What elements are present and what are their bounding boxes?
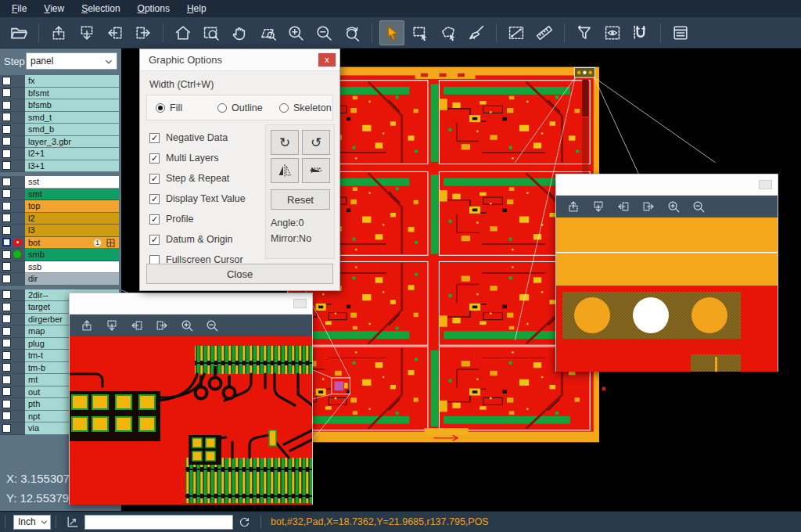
close-icon[interactable]: x [318,53,336,66]
layer-visibility-checkbox[interactable] [2,290,11,299]
checkbox-box[interactable]: ✓ [149,153,160,164]
popup-minimize-button[interactable] [293,299,307,308]
refresh-icon[interactable] [238,516,251,529]
layer-row-l2+1[interactable]: l2+1 [0,148,119,160]
popup-tool-pan-view-left[interactable] [613,197,634,216]
menu-item-file[interactable]: File [3,0,35,17]
mirror-horizontal-button[interactable] [302,158,330,183]
layer-name[interactable]: fx [25,75,119,88]
layer-row-smd_t[interactable]: smd_t [0,112,119,124]
checkbox-box[interactable]: ✓ [149,235,160,245]
layer-visibility-checkbox[interactable] [2,101,11,110]
tool-measure-distance[interactable] [504,20,529,45]
layer-row-top[interactable]: top [0,200,119,213]
radio-outline[interactable]: Outline [217,102,271,113]
checkbox-box[interactable]: ✓ [149,194,160,204]
tool-select-polygon[interactable] [436,20,461,45]
mirror-vertical-button[interactable] [271,158,299,183]
reset-button[interactable]: Reset [271,189,330,210]
layer-visibility-checkbox[interactable] [2,250,11,259]
checkbox-multi-layers[interactable]: ✓Multi Layers [149,148,246,168]
layer-name[interactable]: smt [25,189,119,201]
menu-item-selection[interactable]: Selection [73,0,128,17]
layer-visibility-checkbox[interactable] [2,376,11,384]
layer-row-fx[interactable]: fx [0,75,119,88]
tool-pan-hand[interactable] [227,20,252,45]
rotate-ccw-button[interactable]: ↺ [302,130,330,155]
grid-icon[interactable] [106,239,115,249]
tool-view-options[interactable] [600,20,625,45]
zoom-preview-pads[interactable] [556,217,778,372]
layer-visibility-checkbox[interactable] [2,303,11,311]
layer-row-smd_b[interactable]: smd_b [0,124,119,136]
layer-row-layer_3.gbr[interactable]: layer_3.gbr [0,136,119,149]
radio-fill[interactable]: Fill [156,102,209,113]
layer-visibility-checkbox[interactable] [2,262,11,271]
popup-tool-zoom-out[interactable] [202,316,222,335]
layer-name[interactable]: l2+1 [25,148,119,160]
layer-name[interactable]: l3 [25,225,119,237]
command-input[interactable] [84,515,233,530]
zoom-window-bottom-left[interactable] [69,293,313,505]
popup-tool-pan-view-up[interactable] [77,316,97,335]
layer-visibility-checkbox[interactable] [2,238,11,246]
layer-row-smb[interactable]: smb [0,249,119,261]
popup-tool-pan-view-down[interactable] [102,316,122,335]
layer-visibility-checkbox[interactable] [2,327,11,336]
tool-select-rect[interactable] [408,20,433,45]
layer-name[interactable]: sst [25,176,119,189]
tool-measure-ruler[interactable] [532,20,557,45]
checkbox-step-repeat[interactable]: ✓Step & Repeat [149,168,246,189]
menu-item-help[interactable]: Help [178,0,215,17]
layer-visibility-checkbox[interactable] [2,161,11,170]
radio-dot[interactable] [156,103,165,113]
tool-home-view[interactable] [171,20,196,45]
tool-open-folder[interactable] [6,20,31,45]
unit-select[interactable]: Inch [13,515,51,530]
popup-tool-pan-view-up[interactable] [563,197,584,216]
layer-row-dir[interactable]: dir [0,273,119,286]
checkbox-box[interactable]: ✓ [149,133,160,143]
layer-visibility-checkbox[interactable] [2,275,11,283]
radio-dot[interactable] [217,103,227,113]
layer-row-sst[interactable]: sst [0,176,119,189]
tool-snap-magnet[interactable] [628,20,653,45]
layer-visibility-checkbox[interactable] [2,77,11,85]
layer-name[interactable]: top [25,200,119,213]
checkbox-profile[interactable]: ✓Profile [149,209,246,229]
layer-visibility-checkbox[interactable] [2,214,11,222]
checkbox-box[interactable]: ✓ [149,174,160,184]
zoom-preview-traces[interactable] [70,336,312,505]
radio-skeleton[interactable]: Skeleton [279,102,332,113]
layer-row-bfsmt[interactable]: bfsmt [0,88,119,100]
layer-visibility-checkbox[interactable] [2,339,11,347]
dialog-close-button[interactable]: Close [146,264,333,284]
layer-visibility-checkbox[interactable] [2,149,11,158]
tool-zoom-in[interactable] [283,20,308,45]
layer-name[interactable]: smb [25,249,119,261]
tool-zoom-window[interactable] [199,20,224,45]
layer-visibility-checkbox[interactable] [2,351,11,360]
layer-row-l2[interactable]: l2 [0,213,119,225]
checkbox-negative-data[interactable]: ✓Negative Data [149,128,246,148]
layer-visibility-checkbox[interactable] [2,189,11,198]
layer-name[interactable]: l3+1 [25,160,119,173]
layer-visibility-checkbox[interactable] [2,412,11,420]
tool-zoom-previous[interactable] [339,20,365,45]
tool-layers-panel[interactable] [668,20,693,45]
menu-item-view[interactable]: View [35,0,73,17]
checkbox-display-text-value[interactable]: ✓Display Text Value [149,189,246,209]
radio-dot[interactable] [279,103,289,113]
popup-tool-pan-view-right[interactable] [152,316,172,335]
layer-name[interactable]: smd_b [25,124,119,136]
step-select[interactable]: panel [26,52,117,70]
tool-zoom-out[interactable] [311,20,336,45]
popup-tool-pan-view-right[interactable] [638,197,659,216]
layer-visibility-checkbox[interactable] [2,125,11,134]
tool-pan-view-down[interactable] [74,20,99,45]
layer-visibility-checkbox[interactable] [2,113,11,121]
checkbox-datum-origin[interactable]: ✓Datum & Origin [149,229,246,250]
layer-row-bot[interactable]: bot1 [0,237,119,250]
set-origin-icon[interactable] [66,515,80,529]
layer-name[interactable]: smd_t [25,112,119,124]
